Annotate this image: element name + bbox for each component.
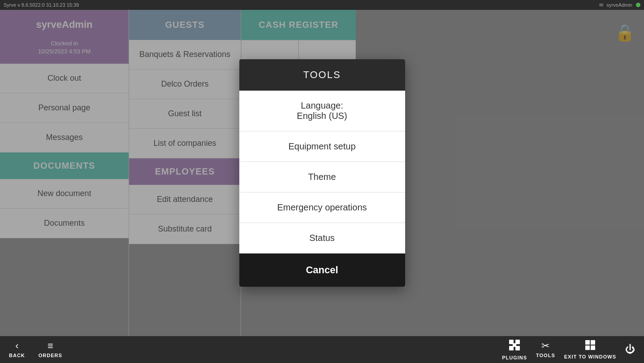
equipment-setup-button[interactable]: Equipment setup [239, 131, 405, 162]
back-icon: ‹ [15, 341, 18, 351]
theme-button[interactable]: Theme [239, 162, 405, 192]
back-label: BACK [9, 353, 25, 358]
username-label: syrveAdmin [607, 2, 632, 8]
orders-label: ORDERS [39, 353, 62, 358]
svg-rect-6 [591, 340, 595, 345]
modal-overlay[interactable]: TOOLS Language:English (US) Equipment se… [0, 10, 644, 336]
svg-rect-5 [585, 340, 590, 345]
plugins-icon [508, 339, 521, 353]
plugins-button[interactable]: PLUGINS [502, 339, 527, 360]
svg-rect-8 [591, 346, 595, 350]
svg-rect-7 [585, 346, 590, 350]
windows-icon [585, 340, 596, 352]
language-label: Language:English (US) [297, 101, 347, 121]
top-bar-right: ✉ syrveAdmin [599, 2, 640, 8]
toolbar-right: PLUGINS ✂ TOOLS EXIT TO WINDOWS ⏻ [502, 339, 635, 360]
main-area: 🔒 syrveAdmin Clocked in 10/25/2023 4:53 … [0, 10, 644, 336]
app-info: Syrve v 8.6.5022.0 31.10.23 15:39 [4, 2, 79, 8]
tools-label: TOOLS [536, 353, 555, 358]
plugins-label: PLUGINS [502, 355, 527, 360]
tools-modal: TOOLS Language:English (US) Equipment se… [239, 59, 405, 287]
status-button[interactable]: Status [239, 223, 405, 254]
power-icon: ⏻ [625, 345, 635, 354]
top-bar: Syrve v 8.6.5022.0 31.10.23 15:39 ✉ syrv… [0, 0, 644, 10]
exit-to-windows-button[interactable]: EXIT TO WINDOWS [564, 340, 616, 359]
power-button[interactable]: ⏻ [625, 345, 635, 354]
svg-rect-4 [513, 343, 516, 347]
toolbar: ‹ BACK ≡ ORDERS PLUGINS ✂ TOOLS [0, 336, 644, 363]
language-button[interactable]: Language:English (US) [239, 91, 405, 131]
exit-label: EXIT TO WINDOWS [564, 354, 616, 359]
modal-header: TOOLS [239, 59, 405, 91]
orders-icon: ≡ [48, 341, 53, 351]
emergency-operations-button[interactable]: Emergency operations [239, 192, 405, 223]
status-dot [636, 3, 640, 7]
back-button[interactable]: ‹ BACK [9, 341, 25, 358]
tools-icon: ✂ [541, 341, 549, 351]
cancel-button[interactable]: Cancel [239, 254, 405, 287]
toolbar-left: ‹ BACK ≡ ORDERS [9, 341, 62, 358]
tools-button[interactable]: ✂ TOOLS [536, 341, 555, 358]
mail-icon: ✉ [599, 2, 603, 8]
orders-button[interactable]: ≡ ORDERS [39, 341, 62, 358]
